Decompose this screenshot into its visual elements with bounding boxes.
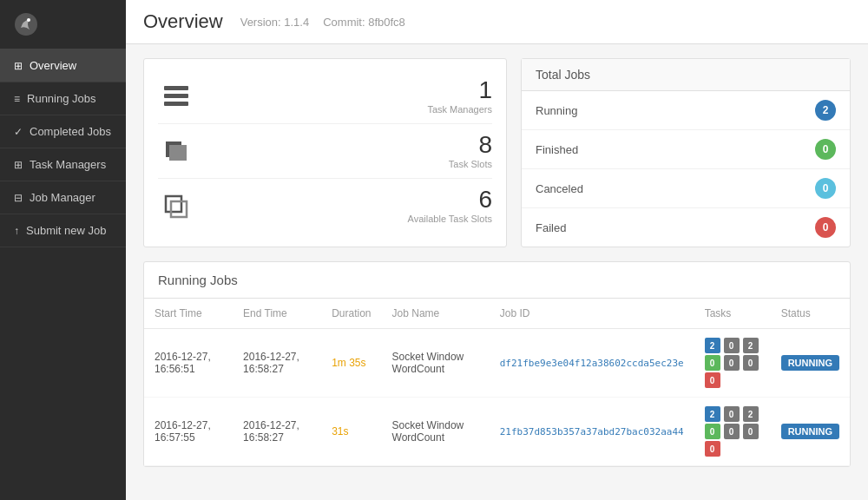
- col-job-name: Job Name: [382, 299, 490, 329]
- table-row[interactable]: 2016-12-27, 16:56:51 2016-12-27, 16:58:2…: [144, 329, 850, 398]
- stats-row: 1 Task Managers 8 Task Slots: [143, 58, 851, 247]
- sidebar-item-task-managers[interactable]: ⊞ Task Managers: [0, 148, 126, 181]
- total-jobs-title: Total Jobs: [522, 59, 850, 91]
- failed-badge: 0: [705, 441, 720, 457]
- end-time: 2016-12-27, 16:58:27: [233, 398, 321, 466]
- sidebar-item-overview[interactable]: ⊞ Overview: [0, 49, 126, 82]
- task-managers-stat: 1 Task Managers: [158, 69, 492, 124]
- col-status: Status: [771, 299, 850, 329]
- status-cell: RUNNING: [771, 398, 850, 466]
- sidebar-item-label: Submit new Job: [26, 224, 107, 237]
- running-jobs-table: Start Time End Time Duration Job Name Jo…: [144, 299, 850, 466]
- task-slots-label: Task Slots: [194, 159, 492, 169]
- pending-badge: 0: [724, 355, 740, 371]
- job-id[interactable]: df21fbe9e3e04f12a38602ccda5ec23e: [490, 329, 694, 398]
- running-jobs-section: Running Jobs Start Time End Time Duratio…: [143, 261, 851, 467]
- logo-area: [0, 0, 126, 49]
- available-slots-icon: [158, 193, 194, 219]
- status-badge: RUNNING: [781, 424, 839, 439]
- sidebar-item-label: Completed Jobs: [30, 125, 111, 138]
- task-managers-icon: ⊞: [14, 159, 23, 171]
- queued-badge: 0: [724, 406, 740, 422]
- task-slots-stat: 8 Task Slots: [158, 124, 492, 179]
- sidebar: ⊞ Overview ≡ Running Jobs ✓ Completed Jo…: [0, 0, 126, 500]
- canceled-label: Canceled: [536, 182, 583, 195]
- sidebar-item-label: Task Managers: [30, 158, 106, 171]
- running-jobs-title: Running Jobs: [144, 262, 850, 299]
- task-managers-value: 1: [194, 78, 492, 102]
- col-tasks: Tasks: [694, 299, 771, 329]
- running-badge: 2: [705, 338, 720, 353]
- canceled-count: 0: [815, 178, 836, 199]
- svg-point-1: [27, 18, 30, 22]
- overview-icon: ⊞: [14, 60, 23, 72]
- running-count: 2: [815, 100, 836, 121]
- col-duration: Duration: [321, 299, 381, 329]
- canceled-badge: 0: [743, 424, 759, 439]
- task-managers-numbers: 1 Task Managers: [194, 78, 492, 115]
- done-badge: 0: [705, 355, 720, 371]
- finished-label: Finished: [536, 143, 578, 156]
- task-managers-label: Task Managers: [194, 104, 492, 115]
- sidebar-item-completed-jobs[interactable]: ✓ Completed Jobs: [0, 115, 126, 148]
- sidebar-item-label: Overview: [30, 59, 76, 72]
- page-title: Overview: [143, 10, 223, 33]
- task-badges: 2 0 2 0 0 0 0: [705, 406, 760, 457]
- sidebar-item-job-manager[interactable]: ⊟ Job Manager: [0, 181, 126, 214]
- sidebar-item-running-jobs[interactable]: ≡ Running Jobs: [0, 82, 126, 115]
- commit-label: Commit: 8fb0fc8: [323, 16, 405, 29]
- end-time: 2016-12-27, 16:58:27: [233, 329, 321, 398]
- completed-jobs-icon: ✓: [14, 126, 23, 138]
- table-header-row: Start Time End Time Duration Job Name Jo…: [144, 299, 850, 329]
- running-jobs-total: Running 2: [522, 91, 850, 130]
- available-slots-value: 6: [194, 188, 492, 212]
- total-badge-top: 2: [743, 406, 759, 422]
- canceled-badge: 0: [743, 355, 759, 371]
- sidebar-item-label: Job Manager: [30, 191, 95, 204]
- task-badges: 2 0 2 0 0 0 0: [705, 338, 760, 388]
- total-badge-top: 2: [743, 338, 759, 353]
- sidebar-item-submit-job[interactable]: ↑ Submit new Job: [0, 214, 126, 247]
- svg-rect-4: [164, 102, 188, 106]
- total-jobs-card: Total Jobs Running 2 Finished 0 Canceled…: [521, 58, 851, 247]
- start-time: 2016-12-27, 16:56:51: [144, 329, 233, 398]
- col-start-time: Start Time: [144, 299, 233, 329]
- finished-count: 0: [815, 139, 836, 160]
- finished-jobs-total: Finished 0: [522, 130, 850, 169]
- failed-jobs-total: Failed 0: [522, 208, 850, 247]
- running-jobs-icon: ≡: [14, 93, 20, 105]
- stats-card: 1 Task Managers 8 Task Slots: [143, 58, 507, 247]
- done-badge: 0: [705, 424, 720, 439]
- duration: 31s: [321, 398, 381, 466]
- sidebar-item-label: Running Jobs: [27, 92, 96, 105]
- header-meta: Version: 1.1.4 Commit: 8fb0fc8: [240, 16, 405, 29]
- failed-badge: 0: [705, 372, 720, 388]
- col-end-time: End Time: [233, 299, 321, 329]
- duration: 1m 35s: [321, 329, 381, 398]
- available-slots-numbers: 6 Available Task Slots: [194, 188, 492, 224]
- job-name: Socket Window WordCount: [382, 329, 490, 398]
- job-name: Socket Window WordCount: [382, 398, 490, 466]
- version-label: Version: 1.1.4: [240, 16, 310, 29]
- app-logo: [14, 12, 38, 36]
- task-slots-icon: [158, 138, 194, 164]
- content-area: 1 Task Managers 8 Task Slots: [126, 44, 868, 500]
- tasks-cell: 2 0 2 0 0 0 0: [694, 329, 771, 398]
- start-time: 2016-12-27, 16:57:55: [144, 398, 233, 466]
- table-row[interactable]: 2016-12-27, 16:57:55 2016-12-27, 16:58:2…: [144, 398, 850, 466]
- submit-job-icon: ↑: [14, 225, 19, 237]
- job-manager-icon: ⊟: [14, 192, 23, 204]
- job-id[interactable]: 21fb37d853b357a37abd27bac032aa44: [490, 398, 694, 466]
- running-badge: 2: [705, 406, 720, 422]
- canceled-jobs-total: Canceled 0: [522, 169, 850, 208]
- task-slots-numbers: 8 Task Slots: [194, 133, 492, 169]
- failed-count: 0: [815, 217, 836, 238]
- available-slots-stat: 6 Available Task Slots: [158, 179, 492, 233]
- task-managers-icon: [158, 84, 194, 109]
- queued-badge: 0: [724, 338, 740, 353]
- running-label: Running: [536, 104, 577, 117]
- svg-rect-3: [164, 94, 188, 98]
- status-badge: RUNNING: [781, 355, 839, 371]
- pending-badge: 0: [724, 424, 740, 439]
- task-slots-value: 8: [194, 133, 492, 157]
